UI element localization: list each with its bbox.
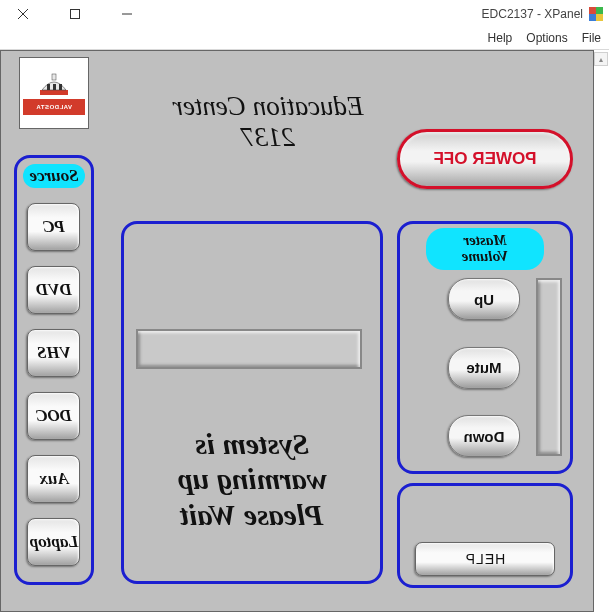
dome-icon xyxy=(36,72,72,96)
logo: VALDOSTA xyxy=(19,57,89,129)
master-volume-panel: Master Volume Up Mute Down xyxy=(397,221,573,474)
window-title: EDC2137 - XPanel xyxy=(482,7,583,21)
panel-surface: VALDOSTA Education Center 2137 POWER OFF… xyxy=(0,50,594,612)
source-doc-button[interactable]: DOC xyxy=(28,392,81,440)
svg-rect-6 xyxy=(59,84,62,90)
master-volume-title: Master Volume xyxy=(426,228,544,270)
menu-file[interactable]: File xyxy=(582,31,601,45)
help-panel: HELP xyxy=(397,483,573,588)
page-title: Education Center 2137 xyxy=(143,91,393,153)
close-button[interactable] xyxy=(6,3,40,25)
source-panel: Source PC DVD VHS DOC Aux Laptop xyxy=(14,155,94,585)
source-pc-button[interactable]: PC xyxy=(28,203,81,251)
scrollbar-up-button[interactable]: ▴ xyxy=(594,52,608,66)
svg-rect-2 xyxy=(71,9,80,18)
center-panel: System is warming up Please Wait xyxy=(121,221,383,584)
minimize-button[interactable] xyxy=(110,3,144,25)
svg-rect-5 xyxy=(52,74,56,80)
svg-rect-8 xyxy=(47,84,50,90)
source-vhs-button[interactable]: VHS xyxy=(28,329,81,377)
svg-rect-4 xyxy=(40,90,68,95)
maximize-button[interactable] xyxy=(58,3,92,25)
source-dvd-button[interactable]: DVD xyxy=(28,266,81,314)
svg-rect-7 xyxy=(53,84,56,90)
volume-mute-button[interactable]: Mute xyxy=(448,347,520,389)
app-icon xyxy=(589,7,603,21)
source-title: Source xyxy=(23,164,85,188)
help-button[interactable]: HELP xyxy=(415,542,555,576)
volume-down-button[interactable]: Down xyxy=(448,415,520,457)
content-shell: ▴ VALDOSTA Education Center 2137 xyxy=(0,50,609,612)
status-text: System is warming up Please Wait xyxy=(124,426,380,532)
app-window: EDC2137 - XPanel Help Options File ▴ xyxy=(0,0,609,612)
logo-text: VALDOSTA xyxy=(23,99,85,115)
menu-options[interactable]: Options xyxy=(526,31,567,45)
title-bar: EDC2137 - XPanel xyxy=(0,0,609,27)
volume-up-button[interactable]: Up xyxy=(448,278,520,320)
progress-slot xyxy=(136,329,362,369)
power-off-button[interactable]: POWER OFF xyxy=(397,129,573,189)
menu-help[interactable]: Help xyxy=(488,31,513,45)
volume-level-bar xyxy=(536,278,562,456)
source-aux-button[interactable]: Aux xyxy=(28,455,81,503)
source-laptop-button[interactable]: Laptop xyxy=(28,518,81,566)
menu-bar: Help Options File xyxy=(0,27,609,49)
